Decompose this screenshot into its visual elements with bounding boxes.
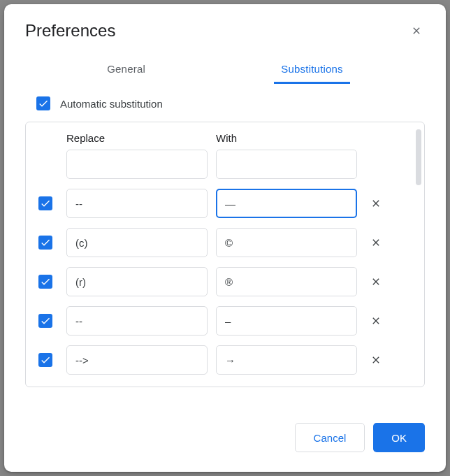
delete-row-button[interactable] xyxy=(365,198,386,209)
preferences-dialog: Preferences General Substitutions Automa… xyxy=(4,4,446,472)
automatic-substitution-checkbox[interactable] xyxy=(36,96,50,110)
replace-input[interactable] xyxy=(66,189,208,218)
replace-input[interactable] xyxy=(66,150,208,179)
automatic-substitution-label: Automatic substitution xyxy=(60,98,163,110)
delete-icon xyxy=(370,315,382,326)
delete-row-button[interactable] xyxy=(365,237,386,248)
check-icon xyxy=(40,198,51,209)
replace-input[interactable] xyxy=(66,228,208,257)
cancel-button[interactable]: Cancel xyxy=(295,423,365,452)
with-input[interactable] xyxy=(216,189,357,218)
delete-icon xyxy=(370,354,382,366)
with-input[interactable] xyxy=(216,150,357,179)
column-header-with: With xyxy=(216,132,357,144)
check-icon xyxy=(40,315,51,326)
table-row xyxy=(38,150,412,179)
delete-row-button[interactable] xyxy=(365,315,386,326)
table-row xyxy=(38,228,412,257)
check-icon xyxy=(40,237,51,248)
replace-input[interactable] xyxy=(66,345,208,375)
delete-row-button[interactable] xyxy=(365,276,386,287)
ok-button[interactable]: OK xyxy=(373,423,425,452)
delete-row-button[interactable] xyxy=(365,354,386,366)
delete-icon xyxy=(370,276,382,287)
row-checkbox[interactable] xyxy=(38,314,52,328)
row-checkbox[interactable] xyxy=(38,196,52,210)
column-header-replace: Replace xyxy=(66,132,208,144)
with-input[interactable] xyxy=(216,306,357,336)
tabs: General Substitutions xyxy=(4,55,446,84)
replace-input[interactable] xyxy=(66,267,208,296)
tab-substitutions[interactable]: Substitutions xyxy=(274,55,349,84)
tab-general[interactable]: General xyxy=(100,55,152,84)
scrollbar[interactable] xyxy=(416,129,421,185)
close-icon xyxy=(411,25,422,36)
with-input[interactable] xyxy=(216,228,357,257)
table-row xyxy=(38,345,412,375)
delete-icon xyxy=(370,237,382,248)
check-icon xyxy=(40,354,51,366)
table-row xyxy=(38,267,412,296)
delete-icon xyxy=(370,198,382,209)
dialog-title: Preferences xyxy=(25,21,115,41)
with-input[interactable] xyxy=(216,345,357,375)
close-button[interactable] xyxy=(405,20,428,42)
row-checkbox[interactable] xyxy=(38,275,52,289)
check-icon xyxy=(38,98,49,109)
row-checkbox[interactable] xyxy=(38,353,52,367)
table-row xyxy=(38,189,412,218)
table-row xyxy=(38,306,412,336)
row-checkbox[interactable] xyxy=(38,236,52,250)
replace-input[interactable] xyxy=(66,306,208,336)
check-icon xyxy=(40,276,51,287)
substitutions-table: Replace With xyxy=(25,122,425,387)
with-input[interactable] xyxy=(216,267,357,296)
